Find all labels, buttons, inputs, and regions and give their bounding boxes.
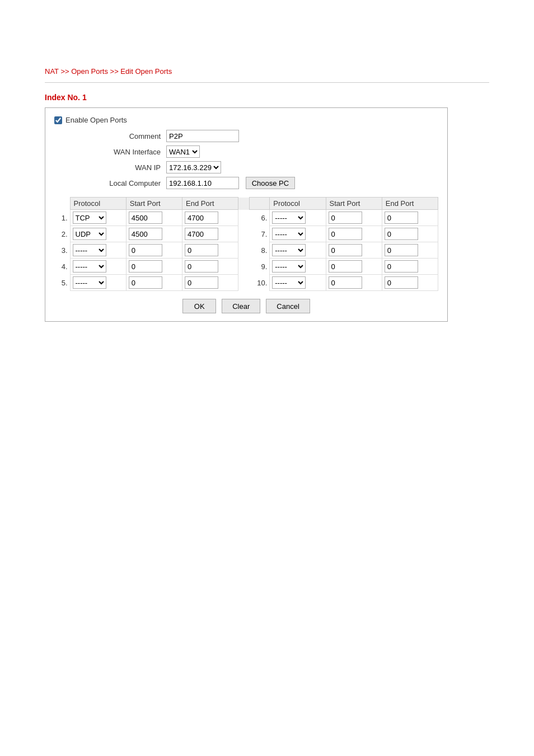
row-num-left: 3. (54, 242, 70, 259)
breadcrumb: NAT >> Open Ports >> Edit Open Ports (45, 67, 489, 76)
start-port-left-2[interactable] (129, 228, 162, 240)
col-num-right (250, 198, 270, 210)
cancel-button[interactable]: Cancel (266, 299, 310, 313)
end-port-left-2[interactable] (185, 228, 218, 240)
start-port-left-4[interactable] (129, 260, 162, 273)
row-spacer (238, 259, 250, 275)
ok-button[interactable]: OK (182, 299, 216, 313)
proto-select-left-1[interactable]: -----TCPUDPTCP/UDP (73, 212, 106, 224)
button-row: OK Clear Cancel (54, 299, 438, 313)
comment-field-wrapper (166, 130, 239, 142)
row-num-left: 1. (54, 210, 70, 226)
proto-select-left-4[interactable]: -----TCPUDPTCP/UDP (73, 260, 106, 273)
enable-row: Enable Open Ports (54, 116, 438, 124)
start-port-left-1[interactable] (129, 212, 162, 224)
wan-interface-label: WAN Interface (54, 148, 166, 156)
end-port-right-7[interactable] (385, 228, 418, 240)
start-port-right-10[interactable] (329, 276, 362, 289)
row-spacer (238, 226, 250, 242)
proto-select-left-5[interactable]: -----TCPUDPTCP/UDP (73, 276, 106, 289)
enable-checkbox[interactable] (54, 116, 62, 124)
end-port-right-8[interactable] (385, 244, 418, 256)
row-num-right: 6. (250, 210, 270, 226)
col-start-right: Start Port (326, 198, 382, 210)
start-port-right-7[interactable] (329, 228, 362, 240)
end-port-right-9[interactable] (385, 260, 418, 273)
table-row: 3.-----TCPUDPTCP/UDP8.-----TCPUDPTCP/UDP (54, 242, 438, 259)
row-num-left: 5. (54, 275, 70, 291)
end-port-left-5[interactable] (185, 276, 218, 289)
proto-select-right-9[interactable]: -----TCPUDPTCP/UDP (272, 260, 306, 273)
end-port-left-1[interactable] (185, 212, 218, 224)
table-row: 5.-----TCPUDPTCP/UDP10.-----TCPUDPTCP/UD… (54, 275, 438, 291)
form-box: Enable Open Ports Comment WAN Interface … (45, 107, 448, 322)
table-row: 4.-----TCPUDPTCP/UDP9.-----TCPUDPTCP/UDP (54, 259, 438, 275)
table-row: 2.-----TCPUDPTCP/UDP7.-----TCPUDPTCP/UDP (54, 226, 438, 242)
proto-select-right-7[interactable]: -----TCPUDPTCP/UDP (272, 228, 306, 240)
wan-ip-field-wrapper: 172.16.3.229 (166, 161, 221, 173)
row-num-right: 9. (250, 259, 270, 275)
end-port-right-10[interactable] (385, 276, 418, 289)
end-port-left-4[interactable] (185, 260, 218, 273)
start-port-left-5[interactable] (129, 276, 162, 289)
proto-select-left-3[interactable]: -----TCPUDPTCP/UDP (73, 244, 106, 256)
col-protocol-left: Protocol (70, 198, 126, 210)
choose-pc-button[interactable]: Choose PC (246, 177, 295, 189)
wan-ip-row: WAN IP 172.16.3.229 (54, 161, 438, 173)
clear-button[interactable]: Clear (222, 299, 260, 313)
comment-row: Comment (54, 130, 438, 142)
row-num-right: 8. (250, 242, 270, 259)
row-spacer (238, 275, 250, 291)
proto-select-right-10[interactable]: -----TCPUDPTCP/UDP (272, 276, 306, 289)
row-spacer (238, 210, 250, 226)
proto-select-right-6[interactable]: -----TCPUDPTCP/UDP (272, 212, 306, 224)
wan-ip-select[interactable]: 172.16.3.229 (166, 161, 221, 173)
start-port-right-6[interactable] (329, 212, 362, 224)
col-end-right: End Port (382, 198, 438, 210)
row-num-right: 7. (250, 226, 270, 242)
row-num-left: 4. (54, 259, 70, 275)
col-start-left: Start Port (126, 198, 182, 210)
wan-interface-row: WAN Interface WAN1 WAN2 (54, 145, 438, 158)
end-port-right-6[interactable] (385, 212, 418, 224)
row-spacer (238, 242, 250, 259)
proto-select-left-2[interactable]: -----TCPUDPTCP/UDP (73, 228, 106, 240)
wan-interface-select[interactable]: WAN1 WAN2 (166, 145, 200, 158)
col-end-left: End Port (182, 198, 238, 210)
col-protocol-right: Protocol (270, 198, 326, 210)
start-port-right-8[interactable] (329, 244, 362, 256)
table-row: 1.-----TCPUDPTCP/UDP6.-----TCPUDPTCP/UDP (54, 210, 438, 226)
row-num-left: 2. (54, 226, 70, 242)
local-computer-field-wrapper: Choose PC (166, 177, 295, 189)
local-computer-row: Local Computer Choose PC (54, 177, 438, 189)
wan-interface-field-wrapper: WAN1 WAN2 (166, 145, 200, 158)
port-table: Protocol Start Port End Port Protocol St… (54, 197, 438, 291)
section-title: Index No. 1 (45, 93, 489, 102)
enable-label: Enable Open Ports (65, 116, 127, 124)
wan-ip-label: WAN IP (54, 163, 166, 172)
local-computer-input[interactable] (166, 177, 239, 189)
end-port-left-3[interactable] (185, 244, 218, 256)
row-num-right: 10. (250, 275, 270, 291)
start-port-left-3[interactable] (129, 244, 162, 256)
comment-label: Comment (54, 132, 166, 140)
divider (45, 82, 489, 83)
local-computer-label: Local Computer (54, 179, 166, 187)
proto-select-right-8[interactable]: -----TCPUDPTCP/UDP (272, 244, 306, 256)
start-port-right-9[interactable] (329, 260, 362, 273)
comment-input[interactable] (166, 130, 239, 142)
